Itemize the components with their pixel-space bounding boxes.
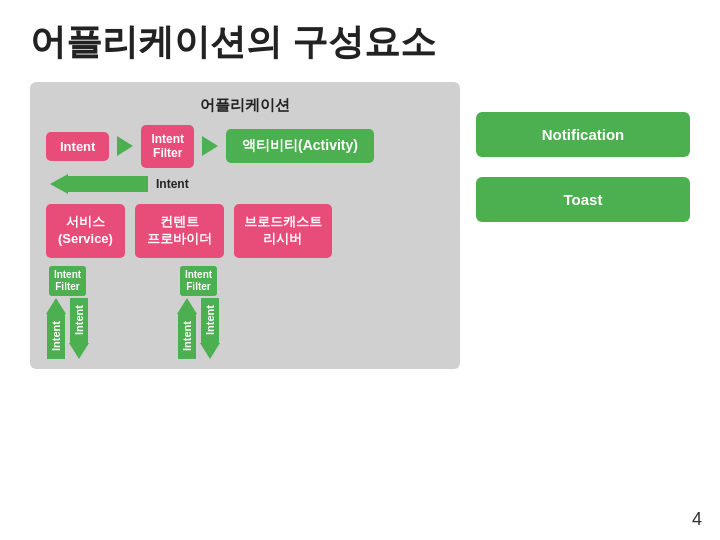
page-number: 4: [692, 509, 702, 530]
intent-filter-box: IntentFilter: [141, 125, 194, 168]
activity-box: 액티비티(Activity): [226, 129, 374, 163]
service-box: 서비스(Service): [46, 204, 125, 258]
arrow-right-2-icon: [202, 136, 218, 156]
arrow-right-icon: [117, 136, 133, 156]
page-title: 어플리케이션의 구성요소: [0, 0, 720, 77]
intent-filter-bottom-1: IntentFilter: [49, 266, 86, 296]
right-panel: Notification Toast: [476, 82, 690, 369]
intent-vert-4-label: Intent: [202, 302, 218, 338]
arrow-up-1-icon: Intent: [46, 298, 66, 359]
notification-box: Notification: [476, 112, 690, 157]
intent-vert-3-label: Intent: [179, 318, 195, 354]
arrow-up-2-icon: Intent: [177, 298, 197, 359]
toast-box: Toast: [476, 177, 690, 222]
intent-return-arrow: [50, 174, 148, 194]
content-box: 컨텐트프로바이더: [135, 204, 224, 258]
intent-vert-2-label: Intent: [71, 302, 87, 338]
intent-filter-bottom-2: IntentFilter: [180, 266, 217, 296]
intent-vert-1-label: Intent: [48, 318, 64, 354]
intent-box: Intent: [46, 132, 109, 161]
broadcast-box: 브로드캐스트리시버: [234, 204, 332, 258]
intent-return-label: Intent: [156, 177, 189, 191]
app-diagram: 어플리케이션 Intent IntentFilter 액티비티(Activity…: [30, 82, 460, 369]
arrow-down-1-icon: Intent: [69, 298, 89, 359]
arrow-down-2-icon: Intent: [200, 298, 220, 359]
app-label: 어플리케이션: [46, 96, 444, 115]
